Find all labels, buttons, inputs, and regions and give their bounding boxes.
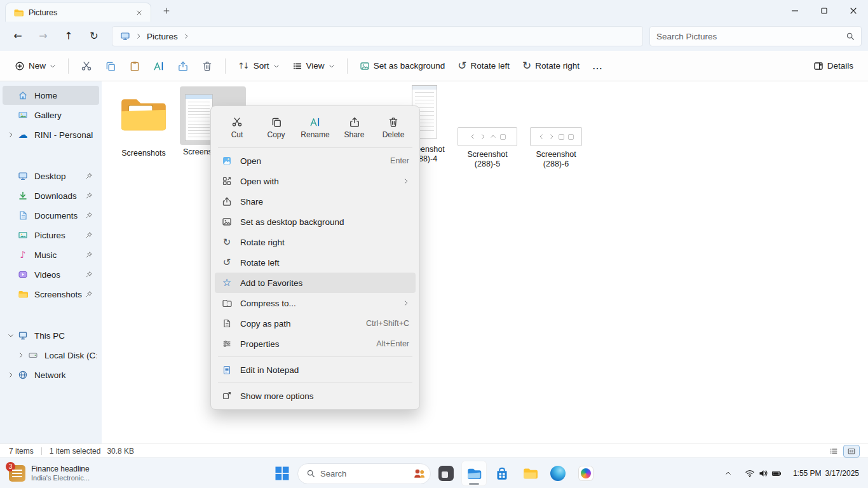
sidebar-item-screenshots[interactable]: Screenshots [3, 285, 99, 304]
cut-icon [231, 116, 243, 128]
photos-app-button[interactable] [573, 461, 599, 486]
chevron-down-icon [273, 63, 280, 69]
new-tab-button[interactable] [159, 3, 174, 18]
explorer-tab[interactable]: Pictures [5, 3, 151, 22]
sidebar-item-documents[interactable]: Documents [3, 206, 99, 225]
selection-info: 1 item selected [50, 447, 101, 456]
open-with-icon [222, 176, 232, 186]
sidebar-item-network[interactable]: Network [3, 365, 99, 384]
command-bar: New ↑↓ Sort View Set as background ↺ Rot… [0, 51, 868, 81]
rotate-left-button[interactable]: ↺ Rotate left [452, 55, 515, 78]
widgets-button[interactable]: 3 Finance headline India's Electronic... [3, 461, 96, 486]
file-list-pane[interactable]: Screenshots Screens Screenshot (288)-4 S… [102, 81, 868, 444]
clock[interactable]: 1:55 PM 3/17/2025 [793, 469, 859, 478]
cut-button[interactable] [75, 55, 98, 78]
taskbar-center: Search [269, 461, 599, 486]
back-button[interactable]: ← [6, 25, 29, 47]
refresh-button[interactable]: ↻ [83, 25, 105, 47]
sidebar-item-label: Network [34, 370, 66, 380]
tab-close-button[interactable] [132, 5, 147, 20]
search-input[interactable] [656, 32, 846, 41]
view-icon [292, 61, 302, 71]
menu-item-compress-to[interactable]: Compress to... [215, 293, 416, 313]
details-button[interactable]: Details [808, 55, 859, 78]
menu-item-show-more-options[interactable]: Show more options [215, 386, 416, 406]
see-more-button[interactable]: … [587, 55, 608, 78]
this-pc-icon [120, 31, 130, 41]
network-icon [18, 370, 28, 380]
menu-item-edit-in-notepad[interactable]: Edit in Notepad [215, 360, 416, 380]
shortcut-label: Enter [390, 156, 409, 165]
sidebar-item-local-disk-c[interactable]: Local Disk (C:) [13, 346, 99, 365]
close-button[interactable] [839, 0, 868, 22]
start-button[interactable] [269, 461, 295, 486]
sidebar-item-videos[interactable]: Videos [3, 265, 99, 284]
context-delete-button[interactable]: Delete [376, 112, 411, 144]
edge-button[interactable] [545, 461, 571, 486]
sidebar-item-this-pc[interactable]: This PC [3, 326, 99, 345]
sidebar-item-gallery[interactable]: Gallery [3, 105, 99, 125]
tray-expand-button[interactable] [719, 463, 737, 484]
new-button[interactable]: New [9, 55, 62, 78]
microsoft-store-button[interactable] [489, 461, 515, 486]
battery-icon [771, 468, 782, 478]
file-tile-screenshot-288-5[interactable]: Screenshot (288)-5 [458, 86, 517, 169]
folder-app-button[interactable] [517, 461, 543, 486]
sidebar-item-pictures[interactable]: Pictures [3, 226, 99, 245]
menu-item-share[interactable]: Share [215, 191, 416, 212]
taskbar-search-button[interactable]: Search [297, 463, 431, 484]
delete-button[interactable] [196, 55, 219, 78]
folder-icon [119, 94, 168, 135]
details-view-button[interactable] [826, 445, 841, 457]
forward-button[interactable]: → [32, 25, 55, 47]
sidebar-item-downloads[interactable]: Downloads [3, 186, 99, 205]
share-button[interactable] [172, 55, 194, 78]
menu-item-copy-as-path[interactable]: Copy as path Ctrl+Shift+C [215, 313, 416, 334]
context-rename-button[interactable]: Rename [297, 112, 333, 144]
chevron-down-icon[interactable] [8, 332, 14, 339]
menu-item-rotate-right[interactable]: ↻ Rotate right [215, 232, 416, 252]
breadcrumb-chevron-icon[interactable] [183, 33, 189, 39]
chevron-right-icon[interactable] [18, 352, 24, 358]
paste-button[interactable] [123, 55, 146, 78]
gallery-icon [18, 110, 28, 120]
context-share-button[interactable]: Share [337, 112, 372, 144]
up-button[interactable]: ↑ [57, 25, 80, 47]
context-cut-button[interactable]: Cut [219, 112, 255, 144]
rename-button[interactable] [147, 55, 170, 78]
chevron-right-icon[interactable] [8, 132, 14, 138]
sidebar-item-music[interactable]: ♪ Music [3, 245, 99, 264]
folder-icon [13, 8, 24, 18]
sort-button[interactable]: ↑↓ Sort [232, 55, 285, 78]
menu-item-open-with[interactable]: Open with [215, 171, 416, 191]
breadcrumb[interactable]: Pictures [147, 32, 178, 41]
menu-item-set-as-desktop-background[interactable]: Set as desktop background [215, 212, 416, 232]
sidebar-item-desktop[interactable]: Desktop [3, 166, 99, 186]
network-volume-battery-button[interactable] [741, 463, 785, 484]
menu-item-add-to-favorites[interactable]: ☆ Add to Favorites [215, 273, 416, 293]
details-label: Details [827, 61, 853, 71]
sidebar-section-gap [0, 304, 102, 325]
address-bar[interactable]: Pictures [112, 26, 643, 46]
pin-icon [85, 212, 93, 219]
thumbnails-view-button[interactable] [844, 445, 859, 457]
set-as-background-button[interactable]: Set as background [354, 55, 451, 78]
sidebar-item-home[interactable]: Home [3, 86, 99, 105]
maximize-button[interactable] [810, 0, 839, 22]
menu-item-open[interactable]: Open Enter [215, 151, 416, 171]
copy-button[interactable] [99, 55, 122, 78]
context-copy-button[interactable]: Copy [259, 112, 294, 144]
menu-item-rotate-left[interactable]: ↺ Rotate left [215, 252, 416, 273]
breadcrumb-chevron-icon[interactable] [135, 33, 142, 39]
file-explorer-button[interactable] [461, 461, 487, 486]
taskbar-dark-app-button[interactable] [433, 461, 459, 486]
chevron-right-icon[interactable] [8, 372, 14, 378]
rotate-right-button[interactable]: ↻ Rotate right [517, 55, 585, 78]
sidebar-item-onedrive[interactable]: ☁ RINI - Personal [3, 125, 99, 144]
file-tile-screenshots-folder[interactable]: Screenshots [113, 94, 174, 158]
minimize-button[interactable] [780, 0, 810, 22]
rotate-right-icon: ↻ [522, 60, 531, 71]
view-button[interactable]: View [287, 55, 341, 78]
file-tile-screenshot-288-6[interactable]: Screenshot (288)-6 [526, 86, 586, 169]
menu-item-properties[interactable]: Properties Alt+Enter [215, 334, 416, 354]
